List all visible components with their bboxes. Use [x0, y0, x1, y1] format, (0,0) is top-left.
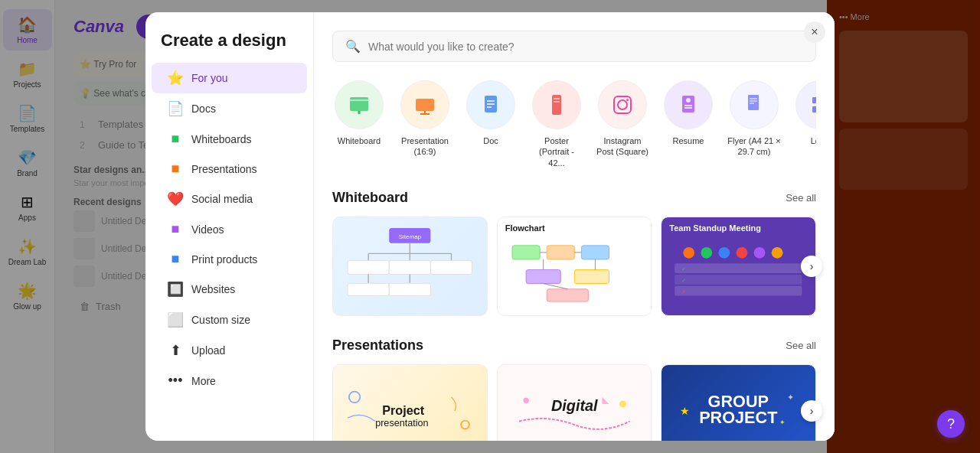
poster-circle — [532, 80, 581, 129]
svg-rect-36 — [348, 261, 389, 275]
flyer-circle — [730, 80, 779, 129]
menu-item-for-you[interactable]: ⭐ For you — [152, 63, 307, 93]
menu-item-for-you-label: For you — [191, 72, 227, 84]
svg-point-58 — [754, 247, 766, 259]
whiteboard-see-all[interactable]: See all — [786, 192, 816, 204]
menu-item-upload-label: Upload — [191, 344, 225, 357]
svg-point-59 — [772, 247, 783, 259]
whiteboard-card-standup[interactable]: Team Standup Meeting — [661, 217, 816, 316]
whiteboard-nav-arrow[interactable]: › — [801, 256, 822, 277]
whiteboard-cards-row: Sitemap — [332, 217, 816, 316]
quick-icon-instagram[interactable]: Instagram Post (Square) — [596, 80, 649, 158]
quick-icon-logo[interactable]: Logo — [793, 80, 816, 146]
quick-icon-poster[interactable]: Poster (Portrait - 42... — [530, 80, 583, 168]
svg-text:✦: ✦ — [787, 393, 794, 402]
svg-rect-44 — [547, 246, 574, 259]
group-pres-svg: GROUP PROJECT ★ ✦ ✦ — [669, 380, 808, 441]
group-card-inner: GROUP PROJECT ★ ✦ ✦ — [662, 365, 815, 441]
svg-rect-48 — [526, 269, 560, 283]
svg-rect-0 — [350, 97, 368, 111]
menu-item-more[interactable]: ••• More — [152, 366, 307, 396]
presentations-nav-arrow[interactable]: › — [801, 400, 822, 422]
sitemap-svg: Sitemap — [341, 222, 479, 310]
svg-text:Project: Project — [382, 402, 425, 416]
quick-icon-resume[interactable]: Resume — [662, 80, 715, 146]
menu-item-social-media-label: Social media — [191, 193, 253, 205]
menu-item-videos[interactable]: ■ Videos — [152, 214, 307, 244]
quick-icon-whiteboard[interactable]: Whiteboard — [332, 80, 386, 146]
svg-point-72 — [619, 400, 626, 407]
presentation-card-digital[interactable]: Digital — [497, 364, 652, 441]
menu-item-presentations[interactable]: ■ Presentations — [152, 154, 307, 184]
close-button[interactable]: × — [804, 21, 825, 43]
menu-item-docs[interactable]: 📄 Docs — [152, 93, 307, 124]
poster-svg — [544, 93, 569, 117]
whiteboard-card-flowchart[interactable]: Flowchart — [497, 217, 652, 316]
whiteboard-card-sitemap[interactable]: Sitemap — [332, 217, 488, 316]
help-icon: ? — [947, 416, 955, 432]
whiteboards-icon: ■ — [167, 131, 184, 147]
menu-item-more-label: More — [191, 375, 216, 387]
quick-icons-row: Whiteboard Presentation (16:9) — [332, 80, 816, 168]
create-design-modal: × Create a design ⭐ For you 📄 Docs ■ Whi… — [145, 12, 835, 441]
menu-item-custom-size-label: Custom size — [191, 314, 250, 326]
whiteboard-label: Whiteboard — [338, 135, 381, 146]
svg-rect-42 — [389, 283, 430, 295]
menu-item-print-products[interactable]: ■ Print products — [152, 244, 307, 274]
presentation-card-project[interactable]: Project presentation — [332, 364, 488, 441]
svg-line-53 — [543, 283, 567, 288]
sitemap-card-inner: Sitemap — [333, 217, 487, 315]
quick-icon-presentation[interactable]: Presentation (16:9) — [398, 80, 452, 158]
quick-icon-doc[interactable]: Doc — [464, 80, 518, 146]
svg-text:Sitemap: Sitemap — [398, 234, 421, 241]
svg-rect-62 — [675, 286, 802, 296]
menu-item-presentations-label: Presentations — [191, 163, 257, 175]
svg-text:✗: ✗ — [682, 288, 687, 295]
menu-item-websites[interactable]: 🔲 Websites — [152, 274, 307, 305]
print-products-icon: ■ — [167, 251, 184, 267]
presentation-card-group[interactable]: GROUP PROJECT ★ ✦ ✦ — [661, 364, 816, 441]
poster-label: Poster (Portrait - 42... — [530, 135, 583, 168]
close-icon: × — [811, 25, 818, 39]
modal-search-input[interactable] — [368, 41, 803, 53]
svg-point-71 — [523, 398, 528, 403]
svg-rect-43 — [512, 246, 540, 259]
svg-rect-14 — [614, 96, 631, 113]
project-card-inner: Project presentation — [333, 365, 487, 441]
svg-point-55 — [701, 247, 713, 259]
svg-rect-49 — [574, 269, 609, 283]
svg-text:presentation: presentation — [375, 418, 429, 429]
quick-icon-flyer[interactable]: Flyer (A4 21 × 29.7 cm) — [727, 80, 781, 158]
svg-point-16 — [626, 99, 629, 101]
doc-circle — [466, 80, 515, 129]
menu-item-whiteboards[interactable]: ■ Whiteboards — [152, 124, 307, 154]
instagram-circle — [598, 80, 647, 129]
custom-size-icon: ⬜ — [167, 311, 184, 328]
svg-point-15 — [618, 100, 627, 109]
svg-text:✦: ✦ — [780, 419, 786, 426]
svg-text:Digital: Digital — [551, 397, 598, 414]
svg-rect-41 — [348, 283, 389, 295]
whiteboard-circle — [335, 80, 384, 129]
menu-item-custom-size[interactable]: ⬜ Custom size — [152, 305, 307, 335]
help-button[interactable]: ? — [937, 410, 965, 438]
presentations-section-title: Presentations — [332, 337, 423, 354]
svg-rect-38 — [430, 261, 472, 275]
flyer-label: Flyer (A4 21 × 29.7 cm) — [727, 135, 780, 158]
svg-rect-52 — [547, 289, 588, 301]
resume-label: Resume — [673, 135, 704, 146]
menu-item-social-media[interactable]: ❤️ Social media — [152, 184, 307, 214]
standup-label: Team Standup Meeting — [669, 223, 761, 233]
modal-search-icon: 🔍 — [345, 39, 361, 54]
resume-circle — [664, 80, 713, 129]
menu-item-print-products-label: Print products — [191, 253, 257, 266]
presentations-see-all[interactable]: See all — [786, 340, 816, 351]
digital-card-inner: Digital — [498, 365, 652, 441]
websites-icon: 🔲 — [167, 281, 184, 298]
svg-text:PROJECT: PROJECT — [700, 408, 778, 427]
standup-svg: ✓ ✓ ✗ — [668, 240, 809, 308]
modal-search-bar[interactable]: 🔍 — [332, 31, 816, 62]
svg-text:✓: ✓ — [682, 277, 687, 284]
menu-item-upload[interactable]: ⬆ Upload — [152, 335, 307, 366]
modal-title: Create a design — [145, 31, 313, 51]
